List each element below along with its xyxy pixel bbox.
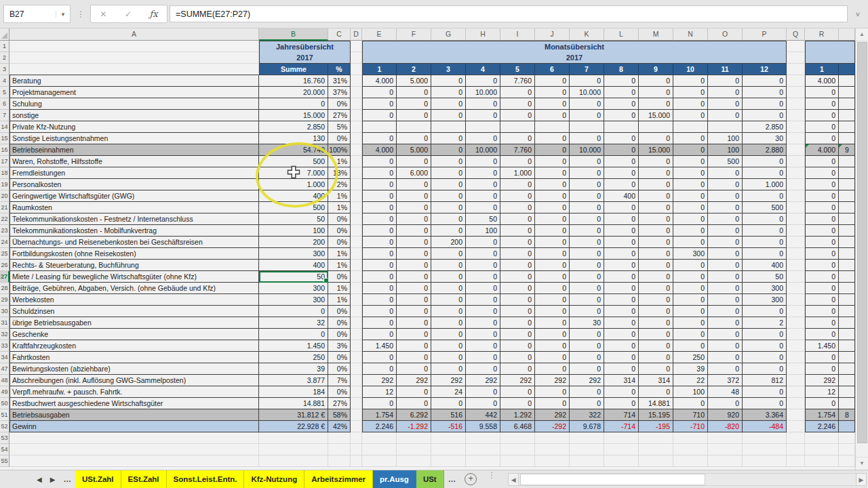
month-value-cell[interactable]: 0 [604, 386, 639, 398]
month-value-cell[interactable]: 0 [362, 167, 397, 179]
month-value-cell[interactable]: 0 [743, 190, 787, 202]
month-value-cell[interactable]: 0 [604, 237, 639, 248]
month-value-cell[interactable]: 30 [743, 133, 787, 144]
row-header-47[interactable]: 47 [0, 363, 9, 375]
month-header-10[interactable]: 10 [673, 64, 708, 75]
month-value-cell[interactable]: 0 [604, 144, 639, 156]
month-value-cell[interactable]: 0 [362, 225, 397, 237]
month-value-cell[interactable]: 0 [466, 156, 500, 167]
clipped-value-cell[interactable] [839, 87, 855, 98]
month-value-cell[interactable]: 0 [708, 225, 743, 237]
month-value-cell[interactable]: 0 [604, 317, 639, 329]
empty-cell[interactable] [787, 352, 805, 363]
month-value-cell[interactable]: 0 [397, 260, 431, 271]
month-value-cell[interactable]: 1.000 [500, 167, 535, 179]
empty-cell[interactable] [351, 444, 362, 455]
next-year-value-cell[interactable]: 0 [805, 306, 839, 317]
tabbar-splitter-icon[interactable]: ⋮ [488, 470, 495, 488]
month-value-cell[interactable]: 0 [673, 398, 708, 409]
month-header-1[interactable]: 1 [362, 64, 397, 75]
month-value-cell[interactable]: 0 [397, 110, 431, 121]
month-value-cell[interactable]: 0 [570, 398, 604, 409]
month-value-cell[interactable]: 0 [535, 98, 570, 110]
month-value-cell[interactable]: 516 [431, 409, 466, 421]
month-value-cell[interactable]: 0 [466, 386, 500, 398]
empty-cell[interactable] [604, 432, 639, 444]
month-value-cell[interactable]: 0 [535, 110, 570, 121]
month-value-cell[interactable]: 0 [570, 179, 604, 190]
empty-cell[interactable] [351, 340, 362, 352]
month-value-cell[interactable]: 0 [743, 98, 787, 110]
next-year-value-cell[interactable]: 0 [805, 237, 839, 248]
scroll-down-icon[interactable]: ▼ [856, 457, 868, 470]
month-value-cell[interactable]: -1.292 [397, 421, 431, 432]
month-value-cell[interactable]: 0 [673, 87, 708, 98]
month-header-3[interactable]: 3 [431, 64, 466, 75]
empty-cell[interactable] [787, 306, 805, 317]
row-header-21[interactable]: 21 [0, 202, 9, 214]
month-value-cell[interactable]: 0 [604, 271, 639, 283]
month-value-cell[interactable]: 0 [535, 398, 570, 409]
percent-cell[interactable]: 0% [328, 98, 351, 110]
month-value-cell[interactable]: 0 [535, 352, 570, 363]
month-value-cell[interactable]: 0 [743, 363, 787, 375]
month-value-cell[interactable]: 0 [362, 317, 397, 329]
month-value-cell[interactable]: 0 [431, 214, 466, 225]
month-value-cell[interactable]: 0 [673, 214, 708, 225]
month-value-cell[interactable]: 1.754 [362, 409, 397, 421]
empty-cell[interactable] [570, 444, 604, 455]
month-value-cell[interactable]: 0 [604, 363, 639, 375]
empty-cell[interactable] [259, 432, 328, 444]
month-value-cell[interactable]: 0 [743, 156, 787, 167]
empty-cell[interactable] [351, 75, 362, 87]
empty-cell[interactable] [351, 179, 362, 190]
month-value-cell[interactable]: 0 [397, 214, 431, 225]
empty-cell[interactable] [570, 432, 604, 444]
horizontal-scrollbar-track[interactable] [519, 473, 856, 486]
month-value-cell[interactable]: 0 [639, 271, 673, 283]
empty-cell[interactable] [328, 432, 351, 444]
month-value-cell[interactable]: 0 [570, 237, 604, 248]
percent-cell[interactable]: 0% [328, 352, 351, 363]
empty-cell[interactable] [9, 444, 259, 455]
empty-cell[interactable] [787, 375, 805, 386]
month-value-cell[interactable] [466, 121, 500, 133]
next-year-value-cell[interactable]: 0 [805, 329, 839, 340]
month-value-cell[interactable]: 0 [673, 144, 708, 156]
empty-cell[interactable] [839, 444, 855, 455]
next-year-value-cell[interactable]: 0 [805, 179, 839, 190]
month-value-cell[interactable]: 322 [570, 409, 604, 421]
month-value-cell[interactable]: 0 [639, 75, 673, 87]
month-value-cell[interactable]: 0 [362, 271, 397, 283]
empty-cell[interactable] [639, 444, 673, 455]
month-value-cell[interactable] [570, 121, 604, 133]
empty-cell[interactable] [673, 432, 708, 444]
month-value-cell[interactable]: 0 [362, 133, 397, 144]
next-year-value-cell[interactable]: 0 [805, 133, 839, 144]
row-header-50[interactable]: 50 [0, 398, 9, 409]
month-value-cell[interactable]: 6.000 [397, 167, 431, 179]
month-value-cell[interactable]: 0 [639, 294, 673, 306]
clipped-value-cell[interactable] [839, 398, 855, 409]
sum-cell[interactable]: 300 [259, 283, 328, 294]
empty-cell[interactable] [805, 432, 839, 444]
clipped-value-cell[interactable] [839, 202, 855, 214]
empty-cell[interactable] [351, 294, 362, 306]
month-value-cell[interactable]: 100 [708, 144, 743, 156]
empty-cell[interactable] [351, 363, 362, 375]
insert-function-icon[interactable]: ƒx [150, 9, 158, 19]
month-value-cell[interactable]: 0 [673, 237, 708, 248]
row-header-6[interactable]: 6 [0, 98, 9, 110]
month-value-cell[interactable]: 0 [397, 225, 431, 237]
month-value-cell[interactable]: 0 [743, 75, 787, 87]
empty-cell[interactable] [787, 225, 805, 237]
month-value-cell[interactable]: 0 [431, 352, 466, 363]
next-year-value-cell[interactable]: 0 [805, 317, 839, 329]
month-value-cell[interactable]: 0 [397, 237, 431, 248]
empty-cell[interactable] [787, 214, 805, 225]
clipped-value-cell[interactable] [839, 340, 855, 352]
month-value-cell[interactable]: 0 [397, 294, 431, 306]
clipped-value-cell[interactable] [839, 110, 855, 121]
row-label-cell[interactable]: Miete / Leasing für bewegliche Wirtschaf… [9, 271, 259, 283]
month-value-cell[interactable]: 0 [535, 271, 570, 283]
